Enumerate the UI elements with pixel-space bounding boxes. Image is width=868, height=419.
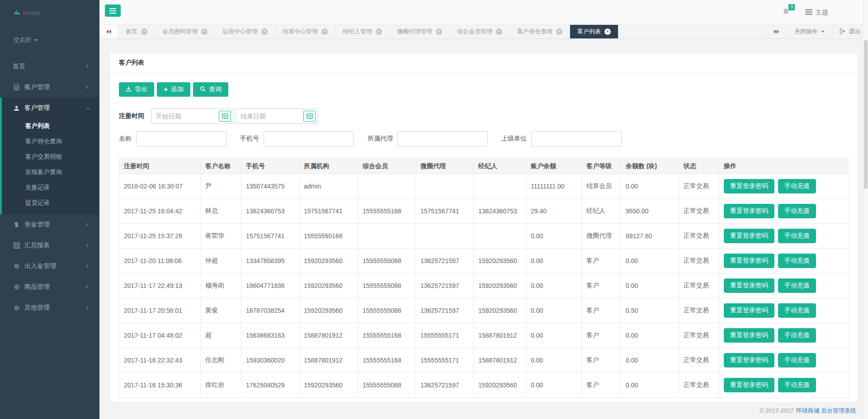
theme-list-icon xyxy=(805,9,812,16)
reset-password-button[interactable]: 重置登录密码 xyxy=(724,254,774,268)
table-cell: admin xyxy=(299,174,358,199)
tab-item[interactable]: 会员密码管理× xyxy=(155,25,215,38)
sidebar-item[interactable]: 客户管理 xyxy=(2,98,99,118)
table-cell: 17625040529 xyxy=(241,373,299,398)
brand-link[interactable]: 环球商城 后台管理系统 xyxy=(796,407,856,415)
table-actions-cell: 重置登录密码手动充值 xyxy=(719,323,849,348)
table-cell: 15920293560 xyxy=(474,298,526,323)
table-header-cell: 注册时间 xyxy=(119,159,201,174)
table-cell: 客户 xyxy=(582,273,621,298)
tab-item[interactable]: 客户列表× xyxy=(570,25,618,38)
notifications-button[interactable]: 0 xyxy=(782,8,790,17)
tab-item[interactable]: 客户持仓查询× xyxy=(510,25,570,38)
tabs-scroll-right-button[interactable] xyxy=(766,25,787,38)
sidebar-item[interactable]: 商品管理 xyxy=(0,277,99,297)
manual-recharge-button[interactable]: 手动充值 xyxy=(778,278,816,293)
tab-item[interactable]: 综合会员管理× xyxy=(450,25,510,38)
sidebar-item[interactable]: 汇总报表 xyxy=(0,235,99,256)
manual-recharge-button[interactable]: 手动充值 xyxy=(778,353,816,367)
calendar-icon[interactable] xyxy=(219,111,231,122)
tab-close-icon[interactable]: × xyxy=(141,28,147,35)
sidebar-item[interactable]: 其他管理 xyxy=(0,297,99,318)
tab-label: 会员密码管理 xyxy=(162,28,198,36)
tab-close-icon[interactable]: × xyxy=(201,28,208,35)
tab-close-icon[interactable]: × xyxy=(261,28,268,35)
org-selector[interactable]: 交易所 xyxy=(0,36,99,44)
manual-recharge-button[interactable]: 手动充值 xyxy=(778,229,816,243)
table-row: 2017-11-17 04:48:02超15638683163158878019… xyxy=(119,323,849,348)
toolbar: 导出 + 添加 查询 xyxy=(119,82,849,97)
parent-filter-input[interactable] xyxy=(531,131,622,146)
sidebar-item[interactable]: 首页 xyxy=(0,56,99,77)
tab-item[interactable]: 微圈代理管理× xyxy=(390,25,450,38)
search-button[interactable]: 查询 xyxy=(193,82,228,97)
sidebar-item[interactable]: $资金管理 xyxy=(0,214,99,235)
table-cell: 15920293560 xyxy=(299,373,358,398)
reset-password-button[interactable]: 重置登录密码 xyxy=(724,353,774,367)
table-cell: 13625721597 xyxy=(416,249,474,273)
manual-recharge-button[interactable]: 手动充值 xyxy=(778,303,816,318)
reset-password-button[interactable]: 重置登录密码 xyxy=(724,179,774,193)
reset-password-button[interactable]: 重置登录密码 xyxy=(724,303,774,318)
theme-button[interactable]: 主题 xyxy=(805,9,828,17)
tab-close-icon[interactable]: × xyxy=(321,28,328,35)
reset-password-button[interactable]: 重置登录密码 xyxy=(724,278,774,293)
table-header-cell: 手机号 xyxy=(241,159,299,174)
tab-close-icon[interactable]: × xyxy=(496,28,502,35)
reset-password-button[interactable]: 重置登录密码 xyxy=(724,378,774,392)
sidebar-toggle-button[interactable] xyxy=(105,5,121,17)
table-cell: 微圈代理 xyxy=(582,224,621,249)
chevron-left-icon xyxy=(86,223,90,226)
tab-close-icon[interactable]: × xyxy=(556,28,562,35)
table-cell: 15638683163 xyxy=(241,323,299,348)
tab-close-icon[interactable]: × xyxy=(376,28,382,35)
reset-password-button[interactable]: 重置登录密码 xyxy=(724,204,774,218)
manual-recharge-button[interactable]: 手动充值 xyxy=(778,204,816,218)
table-cell: 正常交易 xyxy=(679,174,719,199)
sidebar-item[interactable]: 出入金管理 xyxy=(0,256,99,277)
sidebar-section: 客户管理客户列表客户持仓查询客户交易明细在线客户查询兑换记录提货记录 xyxy=(0,98,99,214)
close-operations-dropdown[interactable]: 关闭操作 xyxy=(787,25,832,38)
tab-item[interactable]: 运营中心管理× xyxy=(215,25,275,38)
table-header-cell: 状态 xyxy=(679,159,719,174)
add-button[interactable]: + 添加 xyxy=(157,82,190,97)
table-cell: 0.00 xyxy=(526,224,582,249)
sidebar-subitem[interactable]: 客户交易明细 xyxy=(2,149,99,165)
scrollbar-thumb[interactable] xyxy=(864,40,868,189)
tab-item[interactable]: 首页× xyxy=(118,25,155,38)
reset-password-button[interactable]: 重置登录密码 xyxy=(724,328,774,343)
sidebar-subitem[interactable]: 提货记录 xyxy=(2,195,99,211)
table-row: 2017-11-17 22:49:13穆海岗186047718361592029… xyxy=(119,273,849,298)
table-actions-cell: 重置登录密码手动充值 xyxy=(719,373,849,398)
table-cell: 客户 xyxy=(582,298,621,323)
tabs-scroll-left-button[interactable] xyxy=(99,25,118,38)
sidebar-subitem[interactable]: 在线客户查询 xyxy=(2,165,99,180)
panel-title: 客户列表 xyxy=(110,53,858,73)
tab-close-icon[interactable]: × xyxy=(604,28,611,35)
table-header-cell: 所属机构 xyxy=(299,159,358,174)
table-cell: 客户 xyxy=(582,249,621,273)
sidebar-subitem[interactable]: 客户列表 xyxy=(2,118,99,134)
export-button[interactable]: 导出 xyxy=(119,82,154,97)
phone-filter-input[interactable] xyxy=(264,131,354,146)
sidebar-subitem[interactable]: 客户持仓查询 xyxy=(2,134,99,149)
tab-item[interactable]: 经纪人管理× xyxy=(335,25,390,38)
table-cell: 15887801912 xyxy=(299,348,358,373)
table-cell: 客户 xyxy=(582,323,621,348)
manual-recharge-button[interactable]: 手动充值 xyxy=(778,378,816,392)
sidebar-subitem[interactable]: 兑换记录 xyxy=(2,180,99,195)
table-row: 2017-11-17 20:56:01黄俊1878703825415920293… xyxy=(119,298,849,323)
table-cell: 15555555088 xyxy=(358,373,416,398)
sidebar-menu: 首页账户管理客户管理客户列表客户持仓查询客户交易明细在线客户查询兑换记录提货记录… xyxy=(0,56,99,318)
reset-password-button[interactable]: 重置登录密码 xyxy=(724,229,774,243)
agent-filter-input[interactable] xyxy=(397,131,488,146)
calendar-icon[interactable] xyxy=(303,111,316,122)
name-filter-input[interactable] xyxy=(136,131,226,146)
manual-recharge-button[interactable]: 手动充值 xyxy=(778,328,816,343)
page-scrollbar[interactable] xyxy=(863,0,868,419)
sidebar-item[interactable]: 账户管理 xyxy=(0,77,99,98)
manual-recharge-button[interactable]: 手动充值 xyxy=(778,254,816,268)
manual-recharge-button[interactable]: 手动充值 xyxy=(778,179,816,193)
tab-item[interactable]: 结算中心管理× xyxy=(275,25,335,38)
tab-close-icon[interactable]: × xyxy=(436,28,442,35)
